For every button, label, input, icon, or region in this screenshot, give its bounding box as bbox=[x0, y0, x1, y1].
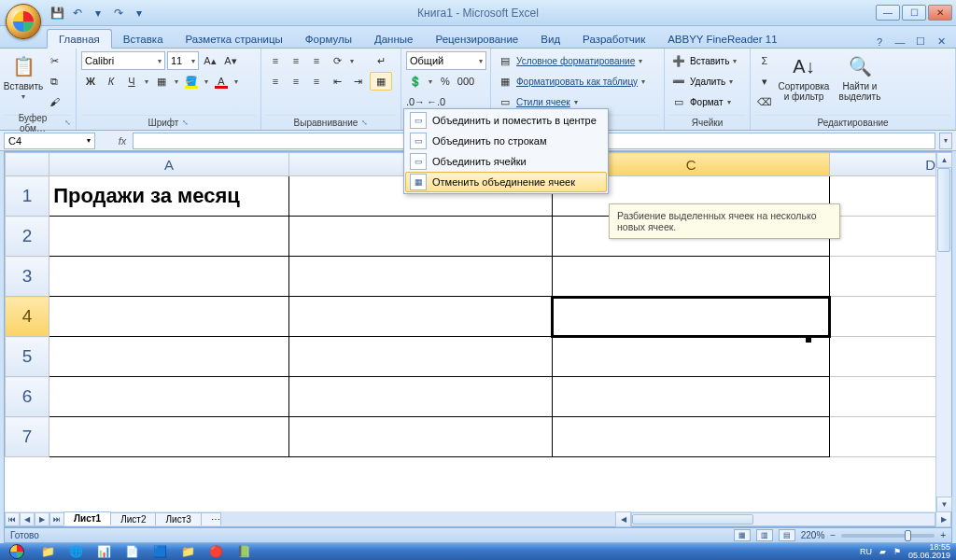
cell-b2[interactable] bbox=[288, 217, 552, 257]
row-header-6[interactable]: 6 bbox=[6, 377, 49, 417]
fx-icon[interactable]: fx bbox=[114, 135, 131, 147]
tray-lang[interactable]: RU bbox=[860, 547, 872, 556]
fill-handle[interactable] bbox=[806, 337, 811, 343]
merge-center-item[interactable]: ▭Объединить и поместить в центре bbox=[405, 110, 607, 131]
taskbar-word-icon[interactable]: 📄 bbox=[118, 543, 146, 560]
taskbar-excel-icon[interactable]: 📗 bbox=[230, 543, 258, 560]
view-normal-icon[interactable]: ▦ bbox=[734, 529, 751, 541]
align-top-icon[interactable]: ≡ bbox=[266, 51, 285, 70]
close-button[interactable]: ✕ bbox=[928, 5, 952, 21]
autosum-icon[interactable]: Σ bbox=[755, 51, 774, 70]
office-button[interactable] bbox=[6, 4, 41, 39]
font-size-combo[interactable]: 11▾ bbox=[167, 51, 199, 70]
tab-formulas[interactable]: Формулы bbox=[294, 30, 363, 48]
undo-dropdown-icon[interactable]: ▾ bbox=[90, 5, 106, 21]
help-icon[interactable]: ? bbox=[872, 36, 887, 48]
taskbar-folder-icon[interactable]: 📁 bbox=[174, 543, 202, 560]
sheet-nav-first-icon[interactable]: ⏮ bbox=[5, 512, 20, 526]
tab-developer[interactable]: Разработчик bbox=[571, 30, 656, 48]
sheet-nav-last-icon[interactable]: ⏭ bbox=[49, 512, 64, 526]
horizontal-scrollbar[interactable]: ◀ ▶ bbox=[615, 511, 951, 527]
tab-home[interactable]: Главная bbox=[47, 29, 112, 49]
align-bottom-icon[interactable]: ≡ bbox=[307, 51, 326, 70]
cell-d7[interactable] bbox=[830, 417, 935, 457]
format-painter-icon[interactable]: 🖌 bbox=[45, 92, 63, 111]
cell-b4[interactable] bbox=[288, 297, 552, 337]
row-header-5[interactable]: 5 bbox=[6, 337, 49, 377]
cell-b7[interactable] bbox=[288, 417, 552, 457]
taskbar-opera-icon[interactable]: 🔴 bbox=[202, 543, 230, 560]
format-cells-button[interactable]: ▭Формат▾ bbox=[669, 92, 733, 111]
cut-icon[interactable]: ✂ bbox=[45, 51, 63, 70]
sheet-tab-2[interactable]: Лист2 bbox=[110, 512, 156, 525]
scroll-left-icon[interactable]: ◀ bbox=[615, 511, 631, 527]
cell-a6[interactable] bbox=[49, 377, 289, 417]
select-all-corner[interactable] bbox=[6, 153, 49, 176]
undo-icon[interactable]: ↶ bbox=[69, 5, 86, 21]
minimize-button[interactable]: — bbox=[876, 5, 900, 21]
underline-dropdown-icon[interactable]: ▾ bbox=[143, 77, 150, 86]
font-name-combo[interactable]: Calibri▾ bbox=[81, 51, 165, 70]
merge-center-button[interactable]: ▦ bbox=[370, 72, 392, 91]
borders-dropdown-icon[interactable]: ▾ bbox=[173, 77, 180, 86]
conditional-formatting-button[interactable]: ▤Условное форматирование▾ bbox=[496, 51, 644, 70]
row-header-1[interactable]: 1 bbox=[6, 176, 49, 217]
clear-icon[interactable]: ⌫ bbox=[755, 92, 774, 111]
view-page-layout-icon[interactable]: ▥ bbox=[756, 529, 773, 541]
cell-a4[interactable] bbox=[49, 297, 289, 337]
insert-cells-button[interactable]: ➕Вставить▾ bbox=[669, 51, 738, 70]
tab-data[interactable]: Данные bbox=[363, 30, 425, 48]
maximize-button[interactable]: ☐ bbox=[902, 5, 926, 21]
zoom-thumb[interactable] bbox=[905, 530, 911, 541]
scroll-thumb-h[interactable] bbox=[632, 514, 753, 525]
tab-review[interactable]: Рецензирование bbox=[424, 30, 529, 48]
sheet-nav-next-icon[interactable]: ▶ bbox=[35, 512, 49, 526]
align-right-icon[interactable]: ≡ bbox=[307, 72, 326, 91]
fill-dropdown-icon[interactable]: ▾ bbox=[203, 77, 210, 86]
zoom-out-icon[interactable]: − bbox=[830, 530, 836, 540]
row-header-7[interactable]: 7 bbox=[6, 417, 49, 457]
cell-a5[interactable] bbox=[49, 337, 289, 377]
row-header-2[interactable]: 2 bbox=[6, 217, 49, 257]
paste-button[interactable]: 📋 Вставить ▾ bbox=[5, 51, 42, 102]
align-left-icon[interactable]: ≡ bbox=[266, 72, 285, 91]
tab-insert[interactable]: Вставка bbox=[112, 30, 175, 48]
cell-b6[interactable] bbox=[288, 377, 552, 417]
cell-c6[interactable] bbox=[552, 377, 830, 417]
number-format-combo[interactable]: Общий▾ bbox=[406, 51, 486, 70]
row-header-4[interactable]: 4 bbox=[6, 297, 49, 337]
wrap-text-button[interactable]: ↵ bbox=[370, 51, 392, 70]
view-page-break-icon[interactable]: ▤ bbox=[779, 529, 795, 541]
find-select-button[interactable]: 🔍 Найти и выделить bbox=[834, 51, 886, 102]
italic-button[interactable]: К bbox=[102, 72, 120, 91]
font-launcher-icon[interactable]: ⤡ bbox=[182, 119, 189, 127]
indent-decrease-icon[interactable]: ⇤ bbox=[328, 72, 346, 91]
cell-d1[interactable] bbox=[830, 176, 935, 217]
cell-d6[interactable] bbox=[830, 377, 935, 417]
row-header-3[interactable]: 3 bbox=[6, 257, 49, 297]
qat-customize-icon[interactable]: ▾ bbox=[131, 5, 148, 21]
zoom-level[interactable]: 220% bbox=[801, 530, 825, 540]
percent-icon[interactable]: % bbox=[436, 72, 455, 91]
underline-button[interactable]: Ч bbox=[122, 72, 141, 91]
zoom-slider[interactable] bbox=[841, 534, 935, 538]
cell-c5[interactable] bbox=[552, 337, 830, 377]
taskbar-ie-icon[interactable]: 🌐 bbox=[62, 543, 90, 560]
save-icon[interactable]: 💾 bbox=[49, 5, 65, 21]
cell-c4[interactable] bbox=[552, 297, 830, 337]
merge-cells-item[interactable]: ▭Объединить ячейки bbox=[405, 151, 607, 172]
col-header-d[interactable]: D bbox=[830, 153, 935, 176]
ribbon-close-icon[interactable]: ✕ bbox=[934, 35, 949, 48]
cell-d5[interactable] bbox=[830, 337, 935, 377]
tab-page-layout[interactable]: Разметка страницы bbox=[175, 30, 294, 48]
indent-increase-icon[interactable]: ⇥ bbox=[348, 72, 367, 91]
tray-flag-icon[interactable]: ▰ bbox=[879, 547, 886, 556]
borders-button[interactable]: ▦ bbox=[152, 72, 171, 91]
tab-abbyy[interactable]: ABBYY FineReader 11 bbox=[656, 30, 788, 48]
cell-a1[interactable]: Продажи за месяц bbox=[49, 176, 289, 217]
align-center-icon[interactable]: ≡ bbox=[287, 72, 305, 91]
cell-b5[interactable] bbox=[288, 337, 552, 377]
zoom-in-icon[interactable]: + bbox=[940, 530, 946, 540]
start-button[interactable] bbox=[0, 543, 34, 560]
copy-icon[interactable]: ⧉ bbox=[45, 72, 63, 91]
